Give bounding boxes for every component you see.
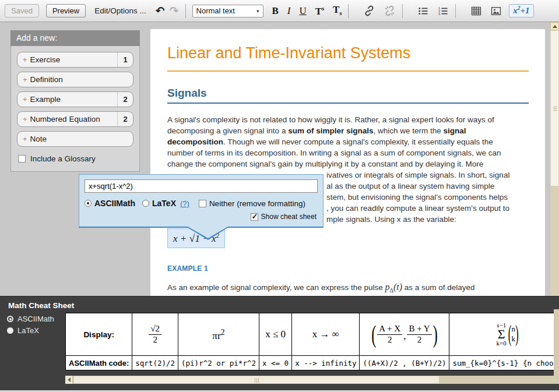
vertical-scrollbar-thumb[interactable] — [550, 30, 559, 186]
subscript-button[interactable]: Ts — [333, 5, 342, 16]
code-cell: ((A+X)/2 , (B+Y)/2) — [360, 356, 449, 370]
plus-icon: + — [23, 115, 27, 123]
saved-button[interactable]: Saved — [5, 4, 39, 17]
math-edit-popup: ASCIIMath LaTeX (?) Neither (remove form… — [79, 174, 324, 228]
scrollbar-grip — [256, 378, 257, 383]
cheat-latex-label: LaTeX — [17, 326, 39, 335]
page-title: Linear and Time-Invariant Systems — [167, 43, 529, 63]
paragraph-line: decomposing a given signal into a sum of… — [167, 125, 529, 136]
example-label: EXAMPLE 1 — [167, 264, 529, 273]
add-definition-button[interactable]: + Definition — [17, 72, 133, 87]
bullet-list-icon[interactable] — [417, 5, 429, 17]
paragraph-line-fragment: stem, but envisioning the signal's compo… — [326, 192, 529, 203]
radio-icon — [85, 200, 92, 207]
display-cell-sqrt: √22 — [132, 313, 178, 356]
paragraph-style-dropdown[interactable]: Normal text ▾ — [192, 5, 263, 17]
add-note-button[interactable]: + Note — [17, 131, 133, 147]
unlink-icon[interactable] — [384, 5, 396, 17]
checkbox-icon — [18, 155, 26, 163]
cheat-asciimath-label: ASCIIMath — [17, 315, 54, 323]
neither-label: Neither (remove formatting) — [209, 199, 305, 208]
add-example-button[interactable]: + Example 2 — [17, 91, 133, 107]
add-item-label: Definition — [30, 75, 63, 84]
math-button-rest: +1 — [521, 6, 530, 15]
math-cheat-sheet-panel: Math Cheat Sheet ASCIIMath LaTeX Display… — [0, 296, 559, 392]
link-icon[interactable] — [363, 5, 375, 17]
cheat-asciimath-radio[interactable]: ASCIIMath — [7, 315, 54, 323]
vertical-scrollbar[interactable] — [550, 22, 559, 296]
show-cheat-sheet-checkbox[interactable]: Show cheat sheet — [251, 213, 317, 221]
plus-icon: + — [23, 135, 27, 143]
document-page[interactable]: Linear and Time-Invariant Systems Signal… — [150, 29, 545, 303]
math-source-input[interactable] — [85, 179, 318, 193]
scroll-left-button[interactable] — [65, 376, 73, 384]
horizontal-scrollbar[interactable] — [65, 376, 559, 384]
add-item-label: Exercise — [30, 55, 61, 64]
plus-icon: + — [23, 55, 27, 64]
underline-button[interactable]: U — [300, 6, 307, 16]
sidebar: Add a new: + Exercise 1 + Definition + E… — [10, 30, 140, 172]
checkbox-icon — [199, 200, 206, 207]
sidebar-body: + Exercise 1 + Definition + Example 2 + … — [10, 46, 140, 172]
code-cell: sum_{k=0}^{s-1} {n choose — [449, 356, 559, 370]
checked-checkbox-icon — [251, 213, 258, 221]
display-cell-pir2: πr2 — [178, 313, 259, 356]
cheat-latex-radio[interactable]: LaTeX — [7, 326, 54, 335]
item-count-badge: 2 — [117, 112, 133, 126]
paragraph-line: decomposition. Though we will never comp… — [167, 136, 529, 147]
math-button-x: x — [513, 6, 518, 15]
bold-button[interactable]: B — [272, 6, 279, 16]
cheat-sheet-right-track — [554, 309, 559, 384]
superscript-base: T — [315, 5, 322, 16]
code-cell: x --> infinity — [292, 356, 360, 370]
add-exercise-button[interactable]: + Exercise 1 — [17, 52, 133, 68]
toolbar-separator — [455, 4, 456, 18]
title-rule — [167, 70, 529, 72]
redo-icon[interactable]: ↷ — [170, 5, 179, 16]
add-item-label: Numbered Equation — [30, 115, 100, 123]
cheat-sheet-language-radios: ASCIIMath LaTeX — [7, 315, 54, 335]
horizontal-scrollbar-thumb[interactable] — [73, 376, 440, 384]
include-glossary-checkbox[interactable]: Include a Glossary — [18, 154, 132, 163]
radio-icon — [7, 327, 13, 334]
image-icon[interactable] — [490, 5, 502, 17]
glossary-label: Include a Glossary — [30, 154, 96, 163]
code-row: ASCIIMath code: sqrt(2)/2 (pi)r^2 or pi*… — [66, 356, 559, 370]
paragraph-line: As an example of signal complexity, we c… — [167, 282, 529, 294]
toolbar-separator — [402, 4, 403, 18]
table-icon[interactable] — [470, 5, 482, 17]
cheat-sheet-title: Math Cheat Sheet — [0, 296, 559, 310]
add-item-label: Example — [30, 95, 61, 104]
preview-button[interactable]: Preview — [46, 4, 86, 17]
latex-radio[interactable]: LaTeX — [142, 199, 176, 208]
toolbar: Saved Preview Edit/Options ... ↶ ↷ Norma… — [0, 0, 559, 22]
asciimath-radio[interactable]: ASCIIMath — [85, 199, 135, 208]
arrow-left-icon — [68, 377, 71, 382]
paragraph-style-value: Normal text — [196, 6, 235, 15]
italic-button[interactable]: I — [287, 6, 291, 16]
radio-icon — [142, 200, 149, 207]
subscript-mark: s — [339, 10, 342, 17]
math-button[interactable]: x2+1 — [509, 4, 533, 17]
svg-text:3: 3 — [438, 12, 440, 15]
code-cell: sqrt(2)/2 — [132, 356, 178, 370]
subscript-base: T — [333, 4, 339, 15]
code-row-label: ASCIIMath code: — [66, 356, 132, 370]
neither-checkbox[interactable]: Neither (remove formatting) — [199, 199, 305, 208]
undo-icon[interactable]: ↶ — [156, 5, 165, 16]
superscript-button[interactable]: Ts — [315, 6, 324, 16]
add-item-label: Note — [30, 135, 47, 143]
inline-math-pulse[interactable]: pΔ(t) — [385, 282, 402, 292]
radio-icon — [7, 316, 13, 322]
paragraph-line: change the component signal's gain by mu… — [167, 158, 529, 169]
help-link[interactable]: (?) — [180, 199, 189, 208]
item-count-badge: 2 — [117, 92, 133, 107]
add-numbered-equation-button[interactable]: + Numbered Equation 2 — [17, 111, 133, 127]
display-row: Display: √22 πr2 x ≤ 0 x → ∞ (A + X2,B +… — [66, 313, 559, 356]
cheat-sheet-table: Display: √22 πr2 x ≤ 0 x → ∞ (A + X2,B +… — [65, 313, 559, 370]
scroll-up-button[interactable] — [550, 22, 559, 30]
paragraph-line-fragment: al as the output of a linear system havi… — [326, 181, 529, 192]
edit-options-menu[interactable]: Edit/Options ... — [94, 6, 146, 15]
numbered-list-icon[interactable]: 123 — [437, 5, 449, 17]
popup-callout-arrow-fill — [188, 227, 228, 238]
